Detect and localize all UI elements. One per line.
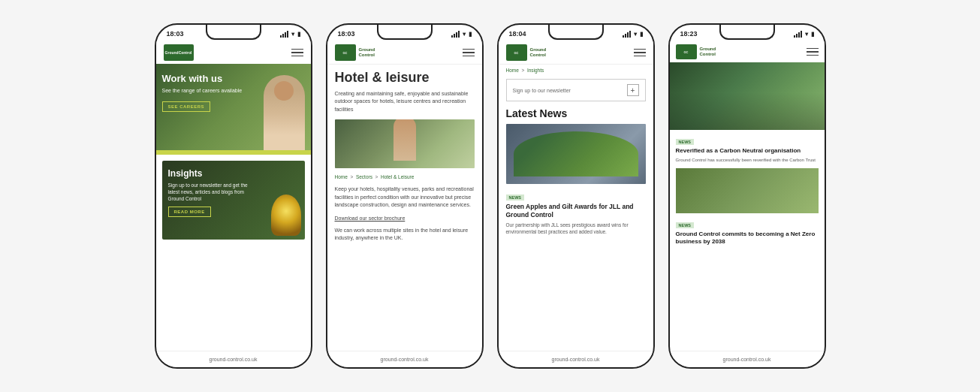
- time-2: 18:03: [338, 30, 355, 38]
- phone4-bottom-bar: ground-control.co.uk: [670, 351, 825, 367]
- logo-icon-4: GC: [676, 44, 697, 59]
- signal-icon-2: [451, 31, 460, 38]
- download-brochure-link[interactable]: Download our sector brochure: [335, 216, 475, 221]
- insights-text: Insights Sign up to our newsletter and g…: [168, 168, 251, 217]
- status-bar-2: 18:03 ▾ ▮: [327, 25, 482, 41]
- newsletter-placeholder: Sign up to our newsletter: [513, 88, 571, 93]
- logo-1: Ground Control: [164, 44, 194, 61]
- status-bar-3: 18:04 ▾ ▮: [499, 25, 653, 41]
- wifi-icon-3: ▾: [634, 31, 637, 38]
- hero-banner: Work with us See the range of careers av…: [156, 64, 311, 150]
- battery-icon: ▮: [297, 31, 300, 38]
- phone4-article-title-2: Ground Control commits to becoming a Net…: [676, 231, 819, 246]
- phone4-badge-2: NEWS: [676, 222, 695, 228]
- hamburger-menu-2[interactable]: [463, 49, 475, 57]
- hotel-title: Hotel & leisure: [335, 71, 475, 86]
- phone1-content: Ground Control Work with us See the rang…: [156, 41, 311, 351]
- status-icons-1: ▾ ▮: [280, 31, 300, 38]
- phone-4: 18:23 ▾ ▮ GC Ground Control NEWS: [668, 23, 826, 369]
- wifi-icon-4: ▾: [805, 31, 808, 38]
- status-icons-4: ▾ ▮: [794, 31, 814, 38]
- yellow-accent-bar: [156, 150, 311, 155]
- signal-icon-4: [794, 31, 802, 38]
- phone3-bottom-bar: ground-control.co.uk: [499, 351, 653, 367]
- status-bar-1: 18:03 ▾ ▮: [156, 25, 311, 41]
- phone4-badge-1: NEWS: [676, 139, 695, 145]
- battery-icon-2: ▮: [469, 31, 472, 38]
- phone4-image-2: [676, 168, 819, 213]
- breadcrumb-home-3[interactable]: Home: [506, 68, 519, 73]
- read-more-button[interactable]: READ MORE: [168, 207, 211, 217]
- hamburger-menu-3[interactable]: [634, 49, 646, 57]
- phone3-header: GC Ground Control: [499, 41, 653, 65]
- phone4-articles: NEWS Reverified as a Carbon Neutral orga…: [670, 130, 825, 252]
- latest-news-title: Latest News: [499, 107, 653, 119]
- time-4: 18:23: [680, 30, 698, 38]
- hotel-body-text-2: We can work across multiple sites in the…: [335, 227, 475, 243]
- hero-title: Work with us: [162, 73, 243, 85]
- phone3-content: GC Ground Control Home > Insights Sign u…: [499, 41, 653, 351]
- news-badge-1: NEWS: [506, 194, 525, 201]
- hamburger-menu-1[interactable]: [291, 49, 303, 57]
- wifi-icon: ▾: [291, 31, 294, 38]
- battery-icon-4: ▮: [811, 31, 814, 38]
- phone4-content: GC Ground Control NEWS Reverified as a C…: [670, 41, 825, 351]
- insights-background: Insights Sign up to our newsletter and g…: [162, 161, 305, 240]
- logo-text-4: Ground Control: [700, 47, 716, 57]
- logo-text-3: Ground Control: [530, 47, 547, 58]
- time-1: 18:03: [167, 30, 184, 38]
- phone1-header: Ground Control: [156, 41, 311, 64]
- breadcrumb-2: Home > Sectors > Hotel & Leisure: [335, 174, 475, 179]
- phone-1: 18:03 ▾ ▮ Ground Control Work with: [155, 23, 312, 369]
- phone4-article-title-1: Reverified as a Carbon Neutral organisat…: [676, 147, 819, 155]
- logo-icon-2: GC: [335, 44, 356, 61]
- time-3: 18:04: [509, 30, 526, 38]
- logo-2: GC Ground Control: [335, 44, 375, 61]
- hero-subtitle: See the range of careers available: [162, 88, 243, 93]
- hero-person-image: [264, 75, 305, 150]
- news-article-title-1: Green Apples and Gilt Awards for JLL and…: [499, 203, 653, 219]
- wifi-icon-2: ▾: [463, 31, 466, 38]
- status-bar-4: 18:23 ▾ ▮: [670, 25, 825, 41]
- logo-text-2: Ground Control: [359, 47, 375, 58]
- breadcrumb-sectors[interactable]: Sectors: [356, 174, 372, 179]
- insights-description: Sign up to our newsletter and get the la…: [168, 182, 251, 202]
- newsletter-box[interactable]: Sign up to our newsletter +: [506, 79, 646, 101]
- logo-icon-3: GC: [506, 44, 527, 61]
- news-article-body-1: Our partnership with JLL sees prestigiou…: [499, 222, 653, 235]
- breadcrumb-current-2[interactable]: Hotel & Leisure: [381, 174, 414, 179]
- battery-icon-3: ▮: [640, 31, 643, 38]
- news-main-image: [506, 124, 646, 184]
- breadcrumb-current-3[interactable]: Insights: [527, 68, 544, 73]
- breadcrumb-home-2[interactable]: Home: [335, 174, 348, 179]
- phone3-url: ground-control.co.uk: [552, 357, 600, 362]
- see-careers-button[interactable]: SEE CAREERS: [162, 101, 211, 112]
- insights-title: Insights: [168, 168, 251, 179]
- logo-4: GC Ground Control: [676, 44, 716, 59]
- hotel-description: Creating and maintaining safe, enjoyable…: [335, 90, 475, 114]
- hero-text: Work with us See the range of careers av…: [162, 73, 243, 112]
- status-icons-2: ▾ ▮: [451, 31, 472, 38]
- insights-banner: Insights Sign up to our newsletter and g…: [162, 161, 305, 240]
- hotel-body-text: Keep your hotels, hospitality venues, pa…: [335, 185, 475, 210]
- phone4-main-image: [670, 62, 825, 130]
- hotel-main: Hotel & leisure Creating and maintaining…: [327, 65, 482, 249]
- phone2-bottom-bar: ground-control.co.uk: [327, 351, 482, 367]
- phone2-header: GC Ground Control: [327, 41, 482, 65]
- signal-icon: [280, 31, 288, 38]
- hamburger-menu-4[interactable]: [807, 48, 819, 56]
- logo-3: GC Ground Control: [506, 44, 547, 61]
- phone1-url: ground-control.co.uk: [210, 357, 258, 362]
- newsletter-plus-button[interactable]: +: [627, 84, 639, 96]
- phone1-bottom-bar: ground-control.co.uk: [156, 351, 311, 367]
- lightbulb-image: [271, 194, 301, 236]
- phone4-url: ground-control.co.uk: [723, 357, 771, 362]
- hero-background: Work with us See the range of careers av…: [156, 64, 311, 150]
- signal-icon-3: [623, 31, 631, 38]
- hotel-image: [335, 119, 475, 168]
- phone4-header: GC Ground Control: [670, 41, 825, 62]
- breadcrumb-3: Home > Insights: [499, 65, 653, 76]
- status-icons-3: ▾ ▮: [623, 31, 643, 38]
- phone-3: 18:04 ▾ ▮ GC Ground Control Home >: [497, 23, 655, 369]
- phone-2: 18:03 ▾ ▮ GC Ground Control Hotel & leis…: [326, 23, 484, 369]
